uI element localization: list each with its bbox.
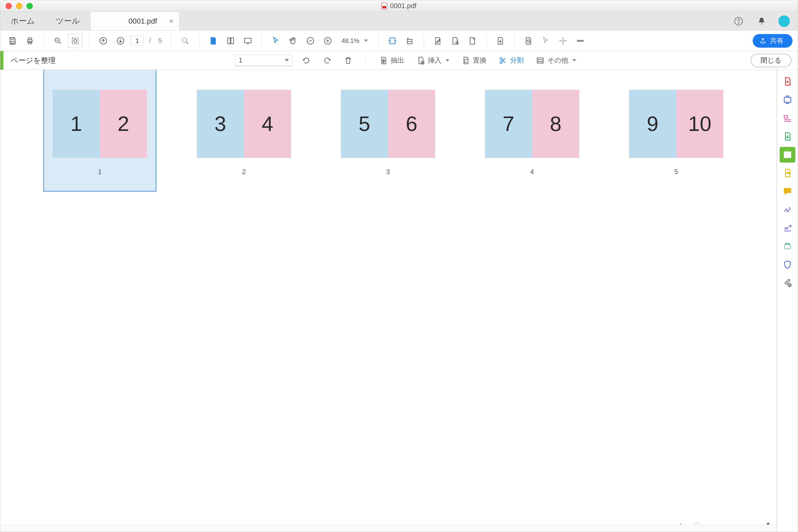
svg-rect-22 (390, 38, 395, 44)
insert-button[interactable]: 挿入 (414, 54, 452, 66)
thumb-index: 5 (674, 168, 678, 176)
page-separator: / (149, 37, 151, 45)
other-button[interactable]: その他 (533, 54, 579, 66)
fit-width-button[interactable] (385, 34, 400, 48)
selection-tool-button[interactable] (269, 34, 283, 48)
organize-page-select[interactable]: 1 (235, 55, 292, 66)
tab-close-icon[interactable]: × (169, 17, 173, 25)
rail-organize-pages-icon[interactable] (780, 147, 795, 163)
page-thumbnail[interactable]: 121 (53, 90, 147, 176)
help-icon[interactable] (732, 15, 745, 27)
share-button[interactable]: 共有 (753, 34, 793, 48)
thumb-left-half: 1 (53, 90, 100, 158)
page-thumbnail[interactable]: 342 (197, 90, 291, 176)
thumb-index: 1 (98, 168, 101, 176)
svg-point-31 (581, 40, 583, 42)
window-minimize-button[interactable] (16, 3, 22, 9)
svg-point-1 (738, 23, 739, 23)
rail-redact-icon[interactable] (780, 165, 795, 181)
svg-rect-45 (788, 152, 791, 158)
notifications-icon[interactable] (755, 15, 768, 27)
zoom-level-dropdown[interactable]: 48.1% (338, 37, 371, 44)
split-button[interactable]: 分割 (496, 54, 526, 66)
thumb-index: 3 (386, 168, 390, 176)
hand-tool-button[interactable] (286, 34, 300, 48)
svg-rect-5 (28, 41, 31, 44)
zoom-out-magnifier-button[interactable] (51, 34, 65, 48)
move-tool-button[interactable] (556, 34, 570, 48)
more-tools-button[interactable] (573, 34, 587, 48)
window-close-button[interactable] (5, 3, 12, 9)
svg-rect-40 (784, 97, 791, 102)
svg-line-7 (59, 42, 61, 44)
window-titlebar: 0001.pdf (0, 0, 798, 12)
select-cursor-button[interactable] (539, 34, 553, 48)
replace-button[interactable]: 置換 (459, 54, 489, 66)
delete-page-button[interactable] (341, 55, 355, 66)
thumb-right-half: 8 (532, 90, 579, 158)
page-number-input[interactable] (131, 36, 144, 46)
tab-document-label: 0001.pdf (129, 17, 157, 25)
marquee-zoom-button[interactable] (68, 34, 82, 48)
rotate-view-button[interactable] (403, 34, 417, 48)
tab-home[interactable]: ホーム (0, 12, 45, 31)
organize-close-button[interactable]: 閉じる (750, 54, 792, 67)
rail-create-pdf-icon[interactable] (780, 74, 795, 89)
thumb-right-half: 2 (100, 90, 147, 158)
page-thumbnail[interactable]: 9105 (629, 90, 723, 176)
svg-line-14 (186, 42, 188, 44)
rail-sign-icon[interactable] (780, 202, 795, 217)
organize-accent-stripe (0, 51, 3, 70)
export-pdf-button[interactable] (493, 34, 507, 48)
two-page-view-button[interactable] (223, 34, 238, 48)
svg-rect-4 (28, 38, 31, 40)
print-button[interactable] (23, 34, 37, 48)
single-page-view-button[interactable] (206, 34, 220, 48)
page-thumbnail-canvas[interactable]: 1213425637849105 (0, 70, 777, 532)
find-button[interactable] (178, 34, 192, 48)
rail-export-pdf-icon[interactable] (780, 92, 795, 108)
svg-point-30 (579, 40, 581, 42)
read-mode-button[interactable] (241, 34, 255, 48)
rail-combine-icon[interactable] (780, 129, 795, 144)
rail-fill-sign-icon[interactable] (780, 220, 795, 236)
edit-pdf-button[interactable] (431, 34, 445, 48)
svg-rect-9 (72, 38, 78, 44)
zoom-out-button[interactable] (303, 34, 317, 48)
save-button[interactable] (5, 34, 20, 48)
thumb-index: 4 (530, 168, 534, 176)
svg-rect-44 (784, 152, 787, 158)
page-up-button[interactable] (96, 34, 110, 48)
rotate-ccw-button[interactable] (299, 55, 313, 66)
horizontal-scrollbar[interactable] (0, 525, 777, 532)
rotate-cw-button[interactable] (320, 55, 334, 66)
svg-rect-2 (11, 41, 14, 43)
tab-document-active[interactable]: 0001.pdf × (90, 12, 180, 31)
thumb-left-half: 7 (485, 90, 532, 158)
crop-pages-button[interactable] (465, 34, 479, 48)
rail-edit-pdf-icon[interactable] (780, 110, 795, 126)
svg-line-26 (458, 43, 459, 44)
organize-pages-title: ページを整理 (3, 56, 63, 65)
extract-button[interactable]: 抽出 (376, 54, 407, 66)
zoom-in-button[interactable] (321, 34, 335, 48)
svg-rect-41 (784, 116, 787, 118)
window-zoom-button[interactable] (26, 3, 33, 9)
rail-comment-icon[interactable] (780, 184, 795, 199)
thumb-right-half: 4 (244, 90, 291, 158)
rail-more-tools-icon[interactable] (780, 275, 795, 291)
add-text-button[interactable] (448, 34, 462, 48)
zoom-value: 48.1% (341, 37, 359, 44)
tab-strip: ホーム ツール 0001.pdf × (0, 12, 798, 31)
tab-tools[interactable]: ツール (45, 12, 90, 31)
page-down-button[interactable] (113, 34, 128, 48)
account-avatar[interactable] (778, 16, 790, 27)
search-document-button[interactable] (521, 34, 536, 48)
thumb-index: 2 (242, 168, 246, 176)
rail-protect-icon[interactable] (780, 257, 795, 272)
page-thumbnail[interactable]: 784 (485, 90, 579, 176)
page-thumbnail[interactable]: 563 (341, 90, 435, 176)
svg-line-28 (529, 41, 530, 42)
window-title: 0001.pdf (390, 2, 416, 10)
rail-send-icon[interactable] (780, 239, 795, 254)
